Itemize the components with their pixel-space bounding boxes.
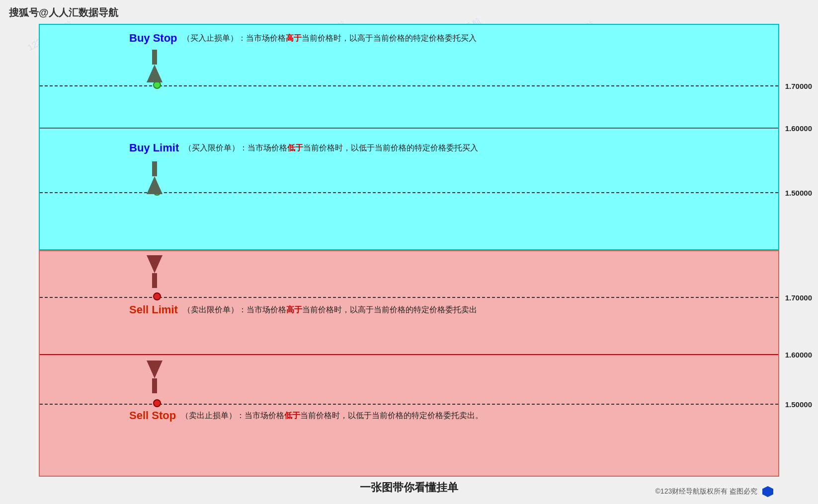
copyright-text: 123财经导航版权所有 盗图必究: [660, 487, 757, 495]
buy-market-solid-line: [40, 128, 778, 129]
sell-limit-dashed: [40, 297, 778, 298]
sell-limit-dot: [153, 292, 161, 302]
sell-limit-label-row: Sell Limit （卖出限价单）：当市场价格高于当前价格时，以高于当前价格的…: [129, 303, 477, 316]
sell-stop-label: Sell Stop: [129, 409, 176, 422]
sell-market-price-val: 1.60000: [785, 351, 812, 359]
arrow-head-up-1: [147, 65, 163, 82]
buy-limit-label: Buy Limit: [129, 142, 179, 154]
sell-stop-dot: [153, 399, 161, 409]
brand-title: 搜狐号@人人汇数据导航: [9, 6, 118, 19]
sell-section: 1.70000 Sell Limit （卖出限价单）：当市场价格高于当前价格时，…: [39, 250, 779, 477]
sell-stop-desc: （卖出止损单）：当市场价格低于当前价格时，以低于当前价格的特定价格委托卖出。: [181, 411, 483, 421]
buy-stop-price: 1.70000: [785, 82, 812, 90]
buy-stop-desc: （买入止损单）：当市场价格高于当前价格时，以高于当前价格的特定价格委托买入: [182, 33, 477, 44]
sell-limit-arrow: [147, 255, 163, 288]
buy-limit-price: 1.50000: [785, 189, 812, 197]
sell-stop-label-row: Sell Stop （卖出止损单）：当市场价格低于当前价格时，以低于当前价格的特…: [129, 409, 483, 422]
copyright: ©123财经导航版权所有 盗图必究: [655, 486, 773, 497]
buy-section: Buy Stop （买入止损单）：当市场价格高于当前价格时，以高于当前价格的特定…: [39, 24, 779, 250]
buy-market-price-val: 1.60000: [785, 124, 812, 133]
sell-limit-line-row: 1.70000: [40, 293, 778, 301]
brand-icon: [762, 486, 773, 497]
buy-stop-dot: [153, 81, 161, 91]
sell-stop-arrow: [147, 360, 163, 393]
sell-stop-line-row: 1.50000: [40, 400, 778, 408]
buy-stop-label: Buy Stop: [129, 32, 177, 45]
sell-limit-desc: （卖出限价单）：当市场价格高于当前价格时，以高于当前价格的特定价格委托卖出: [183, 305, 477, 315]
buy-limit-row: Buy Limit （买入限价单）：当市场价格低于当前价格时，以低于当前价格的特…: [129, 142, 478, 154]
arrow-head-up-2: [147, 176, 163, 194]
buy-stop-row: Buy Stop （买入止损单）：当市场价格高于当前价格时，以高于当前价格的特定…: [129, 32, 477, 45]
arrow-head-down-2: [147, 360, 163, 378]
arrow-head-down-1: [147, 255, 163, 273]
sell-market-solid-line: [40, 354, 778, 355]
buy-stop-line-row: 1.70000: [40, 82, 778, 90]
arrow-shaft-down-2: [152, 378, 157, 393]
sell-stop-price: 1.50000: [785, 400, 812, 409]
buy-limit-desc: （买入限价单）：当市场价格低于当前价格时，以低于当前价格的特定价格委托买入: [184, 143, 478, 153]
arrow-shaft-down-1: [152, 273, 157, 288]
sell-market-line-row: 1.60000 市场价格: [40, 351, 778, 359]
buy-limit-arrow: [147, 161, 163, 194]
arrow-shaft-up-1: [152, 50, 157, 65]
buy-stop-arrow: [147, 50, 163, 82]
buy-stop-dashed: [40, 85, 778, 86]
arrow-shaft-up-2: [152, 161, 157, 176]
sell-limit-price: 1.70000: [785, 293, 812, 302]
buy-market-line-row: 1.60000 市场价格: [40, 124, 778, 132]
sell-stop-dashed: [40, 404, 778, 405]
sell-limit-label: Sell Limit: [129, 303, 178, 316]
